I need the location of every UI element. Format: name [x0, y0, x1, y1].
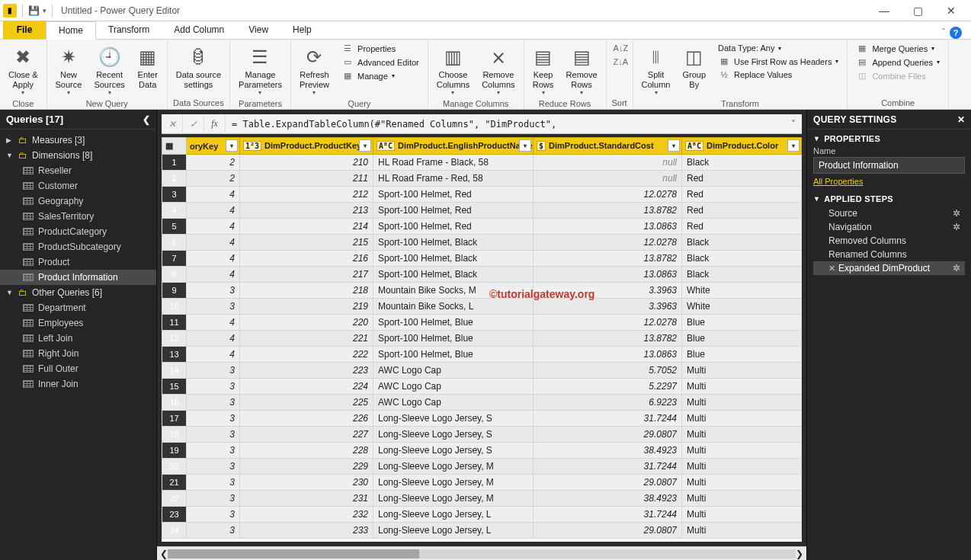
close-apply-button[interactable]: ✖ Close & Apply ▾	[3, 42, 43, 98]
remove-rows-button[interactable]: ▤Remove Rows▾	[561, 42, 603, 98]
table-row[interactable]: 114220Sport-100 Helmet, Blue12.0278Blue	[162, 315, 802, 331]
minimize-button[interactable]: —	[867, 0, 901, 21]
table-row[interactable]: 173226Long-Sleeve Logo Jersey, S31.7244M…	[162, 411, 802, 427]
query-item[interactable]: Department	[0, 300, 156, 315]
table-row[interactable]: 183227Long-Sleeve Logo Jersey, S29.0807M…	[162, 427, 802, 443]
horizontal-scrollbar[interactable]: ❮ ❯	[157, 546, 806, 560]
formula-commit-button[interactable]: ✓	[183, 114, 204, 134]
filter-icon[interactable]: ▾	[226, 139, 238, 152]
column-header-name[interactable]: AᴮCDimProduct.EnglishProductName▾	[373, 138, 534, 155]
sort-desc-button[interactable]: Z↓A	[610, 56, 630, 68]
keep-rows-button[interactable]: ▤Keep Rows▾	[527, 42, 559, 98]
delete-step-icon[interactable]: ✕	[828, 264, 835, 273]
table-row[interactable]: 163225AWC Logo Cap6.9223Multi	[162, 395, 802, 411]
help-icon[interactable]: ?	[950, 27, 962, 39]
close-settings-icon[interactable]: ✕	[957, 114, 965, 125]
query-item[interactable]: Reseller	[0, 163, 156, 178]
tab-transform[interactable]: Transform	[96, 21, 162, 39]
table-row[interactable]: 84217Sport-100 Helmet, Black13.0863Black	[162, 267, 802, 283]
close-window-button[interactable]: ✕	[934, 0, 968, 21]
gear-icon[interactable]: ✲	[953, 263, 960, 274]
table-row[interactable]: 213230Long-Sleeve Logo Jersey, M29.0807M…	[162, 475, 802, 491]
query-item[interactable]: SalesTerritory	[0, 209, 156, 224]
query-item[interactable]: Product	[0, 254, 156, 270]
gear-icon[interactable]: ✲	[953, 208, 960, 219]
table-row[interactable]: 153224AWC Logo Cap5.2297Multi	[162, 379, 802, 395]
tab-file[interactable]: File	[3, 21, 46, 39]
column-header-color[interactable]: AᴮCDimProduct.Color▾	[682, 138, 802, 155]
refresh-preview-button[interactable]: ⟳Refresh Preview▾	[294, 42, 335, 98]
group-by-button[interactable]: ◫Group By	[677, 42, 711, 91]
folder-measures[interactable]: ▶🗀Measures [3]	[0, 133, 156, 148]
all-properties-link[interactable]: All Properties	[813, 177, 863, 186]
split-column-button[interactable]: ⫴Split Column▾	[636, 42, 676, 98]
query-item[interactable]: ProductCategory	[0, 224, 156, 239]
append-queries-button[interactable]: ▤Append Queries ▾	[851, 56, 945, 69]
formula-expand-button[interactable]: ˅	[785, 119, 802, 130]
table-row[interactable]: 44213Sport-100 Helmet, Red13.8782Red	[162, 203, 802, 219]
folder-other-queries[interactable]: ▼🗀Other Queries [6]	[0, 285, 156, 300]
query-item[interactable]: Geography	[0, 194, 156, 209]
applied-step[interactable]: Removed Columns	[813, 234, 965, 248]
scroll-thumb[interactable]	[168, 549, 419, 558]
gear-icon[interactable]: ✲	[953, 222, 960, 232]
query-item[interactable]: Product Information	[0, 270, 156, 285]
filter-icon[interactable]: ▾	[359, 139, 371, 152]
table-row[interactable]: 203229Long-Sleeve Logo Jersey, M31.7244M…	[162, 459, 802, 475]
collapse-queries-icon[interactable]: ❮	[143, 114, 150, 125]
queries-tree[interactable]: ▶🗀Measures [3] ▼🗀Dimensions [8] Reseller…	[0, 130, 156, 560]
query-item[interactable]: Left Join	[0, 331, 156, 346]
new-source-button[interactable]: ✷New Source▾	[50, 42, 88, 98]
table-row[interactable]: 74216Sport-100 Helmet, Black13.8782Black	[162, 251, 802, 267]
query-item[interactable]: Inner Join	[0, 376, 156, 392]
query-item[interactable]: ProductSubcategory	[0, 239, 156, 254]
combine-files-button[interactable]: ◫Combine Files	[851, 69, 945, 82]
table-row[interactable]: 124221Sport-100 Helmet, Blue13.8782Blue	[162, 331, 802, 347]
table-row[interactable]: 34212Sport-100 Helmet, Red12.0278Red	[162, 187, 802, 203]
column-header-cost[interactable]: $DimProduct.StandardCost▾	[534, 138, 682, 155]
column-header-productkey[interactable]: 1²3DimProduct.ProductKey▾	[240, 138, 373, 155]
manage-query-button[interactable]: ▦Manage ▾	[336, 69, 425, 82]
table-row[interactable]: 103219Mountain Bike Socks, L3.3963White	[162, 299, 802, 315]
applied-step[interactable]: ✕Expanded DimProduct✲	[813, 261, 965, 275]
table-row[interactable]: 93218Mountain Bike Socks, M3.3963White	[162, 283, 802, 299]
remove-columns-button[interactable]: ⨯Remove Columns▾	[476, 42, 520, 98]
table-row[interactable]: 233232Long-Sleeve Logo Jersey, L31.7244M…	[162, 507, 802, 523]
applied-step[interactable]: Navigation✲	[813, 220, 965, 234]
query-name-input[interactable]: Product Information	[813, 157, 965, 174]
query-item[interactable]: Right Join	[0, 346, 156, 361]
query-item[interactable]: Employees	[0, 315, 156, 331]
manage-parameters-button[interactable]: ☰Manage Parameters▾	[233, 42, 287, 98]
table-row[interactable]: 54214Sport-100 Helmet, Red13.0863Red	[162, 219, 802, 235]
formula-cancel-button[interactable]: ✕	[162, 114, 183, 134]
table-row[interactable]: 134222Sport-100 Helmet, Blue13.0863Blue	[162, 347, 802, 363]
table-row[interactable]: 64215Sport-100 Helmet, Black12.0278Black	[162, 235, 802, 251]
scroll-left-icon[interactable]: ❮	[160, 549, 168, 559]
tab-home[interactable]: Home	[46, 21, 96, 40]
formula-text[interactable]: = Table.ExpandTableColumn(#"Renamed Colu…	[226, 119, 785, 130]
tab-view[interactable]: View	[236, 21, 280, 39]
maximize-button[interactable]: ▢	[901, 0, 934, 21]
properties-button[interactable]: ☰Properties	[336, 42, 425, 55]
scroll-right-icon[interactable]: ❯	[796, 549, 803, 559]
filter-icon[interactable]: ▾	[787, 139, 800, 152]
column-header-key[interactable]: oryKey▾	[187, 138, 240, 155]
choose-columns-button[interactable]: ▥Choose Columns▾	[431, 42, 475, 98]
enter-data-button[interactable]: ▦Enter Data	[132, 42, 164, 91]
filter-icon[interactable]: ▾	[519, 139, 531, 152]
replace-values-button[interactable]: ½Replace Values	[713, 69, 844, 81]
tab-help[interactable]: Help	[280, 21, 324, 39]
applied-step[interactable]: Renamed Columns	[813, 248, 965, 261]
table-row[interactable]: 193228Long-Sleeve Logo Jersey, S38.4923M…	[162, 443, 802, 459]
collapse-ribbon-icon[interactable]: ˆ	[942, 27, 945, 38]
merge-queries-button[interactable]: ▦Merge Queries ▾	[851, 42, 945, 55]
data-source-settings-button[interactable]: 🛢Data source settings	[171, 42, 226, 91]
sort-asc-button[interactable]: A↓Z	[610, 42, 630, 54]
query-item[interactable]: Full Outer	[0, 361, 156, 376]
first-row-headers-button[interactable]: ▦Use First Row as Headers ▾	[713, 55, 844, 68]
data-grid[interactable]: ▦ oryKey▾ 1²3DimProduct.ProductKey▾ AᴮCD…	[162, 137, 802, 542]
table-row[interactable]: 243233Long-Sleeve Logo Jersey, L29.0807M…	[162, 523, 802, 539]
row-index-header[interactable]: ▦	[162, 138, 187, 155]
query-item[interactable]: Customer	[0, 178, 156, 194]
table-row[interactable]: 12210HL Road Frame - Black, 58nullBlack	[162, 155, 802, 171]
